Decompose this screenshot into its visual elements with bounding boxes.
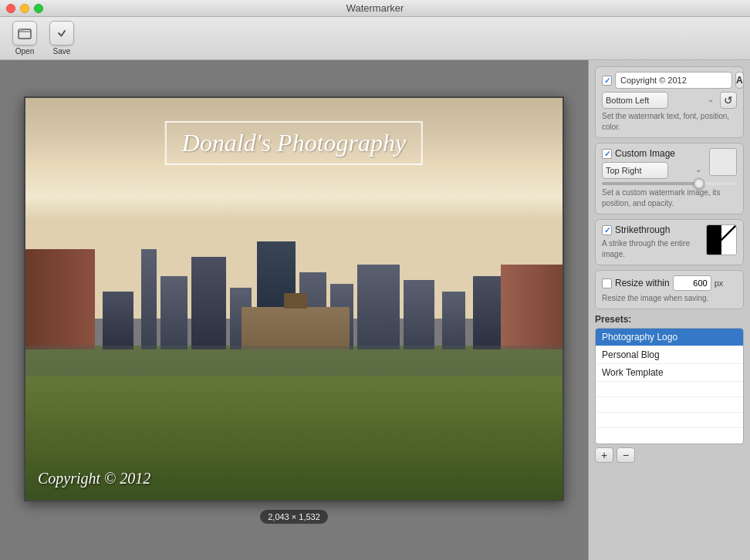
- strikethrough-desc: A strike through the entire image.: [602, 238, 701, 260]
- resize-unit: px: [715, 278, 724, 288]
- station-dome: [284, 293, 307, 309]
- copyright-text: Copyright © 2012: [38, 470, 150, 487]
- text-position-row: Bottom Left Top Left Top Right Bottom Ri…: [602, 92, 737, 109]
- main-content: Donald's Photography Copyright © 2012 2,…: [0, 60, 750, 560]
- open-button[interactable]: Open: [9, 21, 40, 56]
- custom-image-title: Custom Image: [615, 148, 675, 159]
- opacity-slider-row: [602, 182, 737, 185]
- preset-empty-slot: [596, 397, 743, 413]
- text-position-select[interactable]: Bottom Left Top Left Top Right Bottom Ri…: [602, 92, 668, 109]
- custom-image-checkbox[interactable]: [602, 149, 612, 159]
- save-icon: [49, 21, 74, 46]
- text-watermark-input[interactable]: [615, 72, 732, 89]
- custom-img-select-wrapper: Top Right Top Left Bottom Left Bottom Ri…: [602, 162, 704, 179]
- maximize-button[interactable]: [34, 4, 43, 13]
- watermark-text: Donald's Photography: [182, 129, 406, 157]
- strikethrough-checkbox[interactable]: [602, 225, 612, 235]
- resize-header-row: Resize within px: [602, 275, 737, 291]
- strikethrough-title: Strikethrough: [615, 224, 670, 235]
- building: [160, 276, 188, 349]
- building: [442, 292, 465, 349]
- add-preset-button[interactable]: +: [595, 447, 613, 463]
- custom-img-position-row: Top Right Top Left Bottom Left Bottom Ri…: [602, 162, 704, 179]
- preset-item[interactable]: Work Template: [596, 364, 743, 382]
- image-container: Donald's Photography Copyright © 2012: [24, 96, 564, 501]
- building: [191, 257, 226, 349]
- slider-thumb: [694, 178, 704, 189]
- presets-list: Photography Logo Personal Blog Work Temp…: [595, 328, 744, 444]
- save-label: Save: [53, 47, 71, 56]
- minimize-button[interactable]: [20, 4, 29, 13]
- presets-label: Presets:: [595, 314, 744, 325]
- custom-image-desc: Set a custom watermark image, its positi…: [602, 187, 737, 209]
- custom-img-left: Custom Image Top Right Top Left Bottom L…: [602, 148, 704, 179]
- building: [103, 292, 133, 349]
- preset-item[interactable]: Personal Blog: [596, 346, 743, 364]
- ground-detail: [25, 346, 562, 376]
- svg-rect-2: [707, 225, 721, 255]
- presets-section: Presets: Photography Logo Personal Blog …: [595, 314, 744, 463]
- preset-empty-slot: [596, 428, 743, 444]
- right-panel: A Bottom Left Top Left Top Right Bottom …: [588, 60, 750, 560]
- preset-item[interactable]: Photography Logo: [596, 329, 743, 346]
- canvas-area: Donald's Photography Copyright © 2012 2,…: [0, 60, 588, 560]
- text-position-select-wrapper: Bottom Left Top Left Top Right Bottom Ri…: [602, 92, 717, 109]
- resize-section: Resize within px Resize the image when s…: [595, 270, 744, 309]
- building: [404, 280, 434, 349]
- text-cycle-button[interactable]: ↺: [720, 92, 737, 109]
- toolbar: Open Save: [0, 17, 750, 60]
- strike-header-row: Strikethrough A strike through the entir…: [602, 224, 737, 260]
- resize-value-input[interactable]: [673, 275, 711, 291]
- custom-image-preview[interactable]: [709, 148, 737, 176]
- presets-footer: + −: [595, 447, 744, 463]
- remove-preset-button[interactable]: −: [617, 447, 635, 463]
- building: [141, 249, 157, 349]
- building: [357, 265, 400, 349]
- strikethrough-preview: [706, 224, 737, 255]
- custom-img-title-row: Custom Image: [602, 148, 704, 159]
- union-station: [242, 307, 350, 349]
- title-bar: Watermarker: [0, 0, 750, 17]
- strike-left: Strikethrough A strike through the entir…: [602, 224, 701, 260]
- text-watermark-checkbox[interactable]: [602, 76, 612, 86]
- window-title: Watermarker: [346, 2, 404, 14]
- preset-empty-slot: [596, 413, 743, 428]
- resize-label: Resize within: [615, 278, 670, 288]
- image-dimensions: 2,043 × 1,532: [259, 509, 329, 525]
- custom-image-section: Custom Image Top Right Top Left Bottom L…: [595, 143, 744, 214]
- strikethrough-section: Strikethrough A strike through the entir…: [595, 219, 744, 265]
- text-watermark-section: A Bottom Left Top Left Top Right Bottom …: [595, 66, 744, 138]
- text-watermark: Donald's Photography: [165, 121, 423, 165]
- close-button[interactable]: [6, 4, 15, 13]
- open-label: Open: [15, 47, 34, 56]
- preset-empty-slot: [596, 382, 743, 397]
- resize-desc: Resize the image when saving.: [602, 293, 737, 304]
- strike-title-row: Strikethrough: [602, 224, 701, 235]
- fg-building-left: [25, 249, 95, 349]
- custom-img-header-row: Custom Image Top Right Top Left Bottom L…: [602, 148, 737, 179]
- font-picker-button[interactable]: A: [735, 72, 744, 89]
- opacity-slider[interactable]: [602, 182, 737, 185]
- text-wm-header-row: A: [602, 72, 737, 89]
- window-controls: [6, 4, 43, 13]
- fg-building-right: [501, 265, 562, 349]
- resize-checkbox[interactable]: [602, 278, 612, 288]
- open-icon: [12, 21, 37, 46]
- custom-img-position-select[interactable]: Top Right Top Left Bottom Left Bottom Ri…: [602, 162, 668, 179]
- save-button[interactable]: Save: [46, 21, 77, 56]
- text-watermark-desc: Set the watermark text, font, position, …: [602, 111, 737, 133]
- copyright-overlay: Copyright © 2012: [38, 470, 150, 487]
